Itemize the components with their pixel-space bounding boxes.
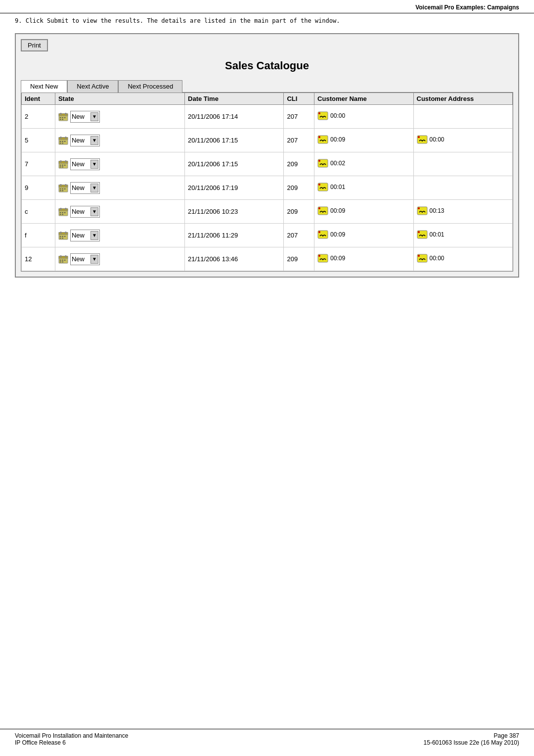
print-button[interactable]: Print	[21, 39, 48, 51]
svg-rect-31	[60, 166, 61, 167]
svg-rect-1	[59, 113, 68, 116]
state-dropdown[interactable]: New ▼	[70, 206, 100, 218]
dropdown-arrow-icon[interactable]: ▼	[90, 255, 98, 264]
svg-rect-77	[62, 259, 63, 260]
tab-next-processed[interactable]: Next Processed	[118, 80, 182, 93]
state-dropdown[interactable]: New ▼	[70, 230, 100, 241]
calendar-icon	[58, 255, 68, 264]
col-header-ident: Ident	[22, 93, 55, 105]
page-header: Voicemail Pro Examples: Campaigns	[0, 0, 534, 13]
cell-cli: 209	[284, 200, 314, 224]
footer-right-line2: 15-601063 Issue 22e (16 May 2010)	[424, 739, 519, 746]
svg-rect-5	[62, 117, 63, 118]
dropdown-arrow-icon[interactable]: ▼	[90, 207, 98, 216]
svg-rect-17	[64, 141, 66, 142]
customer-name-value: 00:09	[330, 136, 345, 143]
cell-customer-address: 00:00	[413, 247, 512, 271]
cell-state: New ▼	[55, 105, 184, 129]
col-header-cli: CLI	[284, 93, 314, 105]
cell-customer-address: 00:00	[413, 129, 512, 152]
svg-rect-54	[62, 214, 63, 215]
cell-datetime: 21/11/2006 10:23	[185, 200, 284, 224]
phone-icon: 00:09	[317, 230, 345, 239]
svg-rect-61	[60, 231, 62, 234]
table-row: 7 New ▼ 20/11/2006 17:15209	[22, 152, 513, 176]
svg-rect-36	[59, 185, 68, 187]
svg-rect-6	[64, 117, 66, 118]
calendar-icon	[58, 231, 68, 240]
col-header-state: State	[55, 93, 184, 105]
svg-rect-75	[65, 255, 67, 257]
window-container: Print Sales Catalogue Next New Next Acti…	[15, 33, 519, 278]
svg-rect-26	[60, 160, 62, 162]
state-dropdown[interactable]: New ▼	[70, 158, 100, 170]
footer-right: Page 387 15-601063 Issue 22e (16 May 201…	[424, 732, 519, 746]
svg-point-71	[418, 231, 420, 233]
tab-next-active[interactable]: Next Active	[67, 80, 118, 93]
phone-icon: 00:01	[417, 230, 445, 239]
svg-rect-78	[64, 259, 66, 260]
svg-point-45	[318, 184, 320, 186]
footer-left-line1: Voicemail Pro Installation and Maintenan…	[15, 732, 128, 739]
cell-ident: 7	[22, 152, 55, 176]
table-row: 12 New ▼ 21/11/2006 13:4620	[22, 247, 513, 271]
cell-state: New ▼	[55, 200, 184, 224]
cell-datetime: 20/11/2006 17:15	[185, 129, 284, 152]
tabs-row: Next New Next Active Next Processed	[21, 80, 513, 93]
svg-rect-30	[64, 164, 66, 165]
data-table: Ident State Date Time CLI Customer Name …	[21, 93, 513, 271]
state-dropdown[interactable]: New ▼	[70, 253, 100, 265]
phone-icon: 00:13	[417, 206, 445, 215]
cell-customer-name: 00:09	[314, 200, 413, 224]
svg-rect-42	[60, 190, 61, 191]
dropdown-arrow-icon[interactable]: ▼	[90, 112, 98, 121]
col-header-custname: Customer Name	[314, 93, 413, 105]
svg-rect-39	[60, 188, 61, 189]
svg-point-10	[318, 112, 320, 114]
svg-point-84	[418, 255, 420, 257]
phone-icon: 00:00	[317, 111, 345, 120]
cell-ident: 5	[22, 129, 55, 152]
svg-rect-37	[60, 184, 62, 186]
dropdown-arrow-icon[interactable]: ▼	[90, 184, 98, 192]
svg-point-34	[318, 160, 320, 162]
svg-rect-27	[65, 160, 67, 162]
svg-rect-65	[64, 236, 66, 236]
cell-customer-address: 00:13	[413, 200, 512, 224]
svg-rect-18	[60, 142, 61, 143]
state-value: New	[72, 160, 90, 168]
dropdown-arrow-icon[interactable]: ▼	[90, 231, 98, 240]
dropdown-arrow-icon[interactable]: ▼	[90, 160, 98, 169]
cell-customer-name: 00:01	[314, 176, 413, 200]
table-row: 2 New ▼ 20/11/2006 17:14207	[22, 105, 513, 129]
cell-cli: 207	[284, 129, 314, 152]
customer-name-value: 00:09	[330, 255, 345, 262]
state-value: New	[72, 184, 90, 191]
svg-rect-40	[62, 188, 63, 189]
svg-rect-74	[60, 255, 62, 257]
svg-rect-41	[64, 188, 66, 189]
page-footer: Voicemail Pro Installation and Maintenan…	[0, 729, 534, 746]
tab-spacer	[182, 80, 513, 93]
tab-next-new[interactable]: Next New	[21, 80, 67, 93]
state-dropdown[interactable]: New ▼	[70, 111, 100, 123]
state-dropdown[interactable]: New ▼	[70, 135, 100, 146]
svg-rect-62	[65, 231, 67, 234]
customer-name-value: 00:01	[330, 184, 345, 190]
customer-name-value: 00:00	[330, 112, 345, 119]
svg-rect-47	[59, 208, 68, 211]
step-instruction: 9. Click Submit to view the results. The…	[0, 13, 534, 28]
svg-rect-3	[65, 112, 67, 115]
svg-rect-7	[60, 119, 61, 120]
svg-rect-50	[60, 212, 61, 213]
state-dropdown[interactable]: New ▼	[70, 182, 100, 194]
svg-rect-53	[60, 214, 61, 215]
svg-rect-51	[62, 212, 63, 213]
customer-address-value: 00:13	[430, 207, 445, 214]
svg-rect-2	[60, 112, 62, 115]
state-value: New	[72, 232, 90, 239]
svg-rect-12	[59, 137, 68, 140]
dropdown-arrow-icon[interactable]: ▼	[90, 136, 98, 145]
svg-point-23	[418, 136, 420, 138]
svg-point-21	[318, 136, 320, 138]
